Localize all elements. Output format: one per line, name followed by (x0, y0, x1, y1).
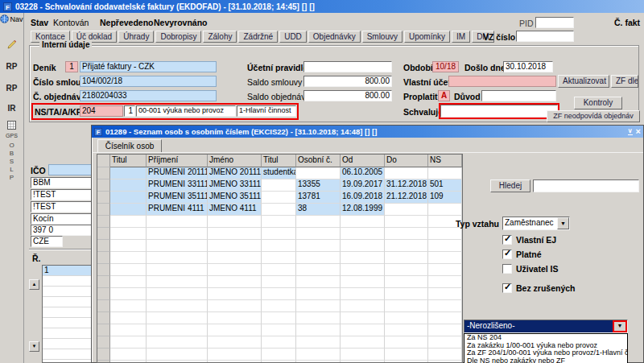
table-row[interactable] (97, 349, 462, 361)
table-cell[interactable]: 12.08.1999 (341, 204, 385, 216)
table-cell[interactable] (296, 349, 341, 361)
table-cell[interactable] (341, 240, 385, 252)
supplier-city-field[interactable]: Kocín (31, 213, 92, 225)
filter-platne[interactable]: Platné (502, 250, 542, 259)
denik-input[interactable]: 1 (65, 61, 78, 72)
table-cell[interactable] (262, 288, 296, 300)
table-cell[interactable]: 06.10.2005 (341, 167, 385, 179)
row-selector-cell[interactable] (97, 324, 110, 336)
ico-field[interactable] (48, 164, 92, 175)
table-cell[interactable]: 13781 (296, 192, 341, 204)
table-cell[interactable] (428, 264, 462, 276)
table-cell[interactable] (428, 167, 462, 179)
table-row[interactable] (97, 240, 462, 252)
list-item[interactable]: 1 (43, 266, 91, 276)
rozliseni-combobox[interactable]: -Nerozlišeno- ▼ (464, 320, 628, 333)
table-cell[interactable] (428, 312, 462, 324)
duvod-input[interactable] (481, 90, 556, 101)
table-cell[interactable] (385, 240, 428, 252)
table-cell[interactable] (147, 276, 208, 288)
uhrady-button[interactable]: Úhrady (118, 31, 154, 43)
table-cell[interactable]: JMENO 20111 (208, 167, 262, 179)
checkbox-icon[interactable] (502, 235, 512, 245)
table-cell[interactable] (385, 288, 428, 300)
list-item[interactable] (43, 318, 91, 328)
kp-input[interactable]: 1-Hlavní činnost (237, 105, 296, 117)
table-row[interactable] (97, 216, 462, 228)
table-cell[interactable] (385, 167, 428, 179)
table-cell[interactable] (147, 300, 208, 312)
table-cell[interactable]: PRUMENI 35111 (147, 192, 208, 204)
table-cell[interactable] (428, 324, 462, 336)
combo-option[interactable]: Dle NS nebo zakázky nebo ZF (464, 357, 627, 363)
table-cell[interactable] (341, 312, 385, 324)
table-row[interactable] (97, 276, 462, 288)
table-cell[interactable] (208, 300, 262, 312)
table-cell[interactable] (385, 336, 428, 349)
kontroly-button[interactable]: Kontroly (574, 97, 622, 109)
table-row[interactable] (97, 324, 462, 336)
table-cell[interactable] (428, 349, 462, 361)
table-cell[interactable]: 501 (428, 179, 462, 192)
table-cell[interactable] (341, 276, 385, 288)
zalohy-button[interactable]: Zálohy (203, 31, 237, 43)
table-cell[interactable] (296, 300, 341, 312)
table-cell[interactable] (262, 336, 296, 349)
upominky-button[interactable]: Upomínky (404, 31, 450, 43)
table-cell[interactable]: 38 (296, 204, 341, 216)
list-item[interactable] (43, 276, 91, 287)
table-cell[interactable] (147, 264, 208, 276)
table-cell[interactable] (262, 276, 296, 288)
table-cell[interactable] (208, 336, 262, 349)
table-cell[interactable] (110, 252, 147, 264)
row-selector-cell[interactable] (97, 216, 110, 228)
im-button[interactable]: IM (452, 31, 470, 43)
window-titlebar[interactable]: F 03228 - Schvalování dodavatelské faktu… (0, 0, 644, 13)
checkbox-icon[interactable] (502, 250, 512, 259)
combobox-dropdown-button[interactable]: ▼ (613, 320, 627, 332)
table-cell[interactable] (110, 179, 147, 192)
table-cell[interactable] (296, 288, 341, 300)
table-cell[interactable] (296, 240, 341, 252)
table-cell[interactable] (341, 288, 385, 300)
supplier-zip-field[interactable]: 397 0 (31, 225, 92, 236)
table-cell[interactable] (341, 228, 385, 240)
typ-vztahu-select[interactable]: Zaměstnanec ▼ (502, 217, 570, 230)
table-cell[interactable] (296, 216, 341, 228)
table-cell[interactable] (262, 264, 296, 276)
table-cell[interactable] (385, 324, 428, 336)
akce-input[interactable]: 00-001 výuka nebo provoz (136, 105, 236, 117)
table-cell[interactable] (385, 276, 428, 288)
vz-cislo-input[interactable] (516, 31, 574, 42)
combobox-selected-value[interactable]: -Nerozlišeno- (464, 320, 613, 332)
table-cell[interactable] (208, 288, 262, 300)
dialog-titlebar[interactable]: F 01289 - Seznam osob s osobním číslem (… (92, 126, 643, 138)
table-cell[interactable]: 19.09.2017 (341, 179, 385, 192)
filter-vlastni-ej[interactable]: Vlastní EJ (502, 235, 556, 245)
header-prijmeni[interactable]: Příjmení (147, 155, 208, 167)
hledej-button[interactable]: Hledej (490, 179, 530, 192)
row-selector-cell[interactable] (97, 276, 110, 288)
grid-icon[interactable] (7, 121, 16, 131)
schvaluje-input[interactable] (439, 103, 559, 119)
table-cell[interactable] (208, 264, 262, 276)
table-cell[interactable] (147, 349, 208, 361)
table-cell[interactable] (385, 300, 428, 312)
table-cell[interactable]: PRUMENI 33111 (147, 179, 208, 192)
header-osobni-c[interactable]: Osobní č. (296, 155, 341, 167)
table-row[interactable] (97, 300, 462, 312)
table-cell[interactable]: studentka (262, 167, 296, 179)
table-cell[interactable] (341, 264, 385, 276)
table-cell[interactable] (147, 228, 208, 240)
table-cell[interactable] (262, 349, 296, 361)
row-selector-cell[interactable] (97, 336, 110, 349)
zf-dle-objednavky-button[interactable]: ZF dle obje (611, 75, 638, 88)
cislo-smlouvy-field[interactable]: 104/002/18 (80, 76, 217, 87)
table-cell[interactable] (262, 312, 296, 324)
table-cell[interactable] (110, 312, 147, 324)
header-ns[interactable]: NS (428, 155, 462, 167)
table-cell[interactable] (147, 312, 208, 324)
table-cell[interactable] (110, 276, 147, 288)
scroll-up-button[interactable]: ▲ (29, 279, 39, 290)
row-selector-cell[interactable] (97, 252, 110, 264)
